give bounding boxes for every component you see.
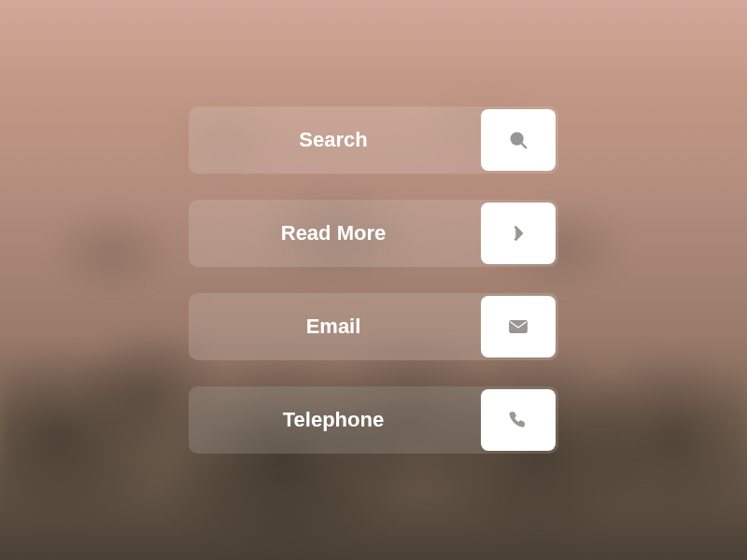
svg-rect-2 — [510, 321, 527, 333]
phone-icon — [481, 389, 556, 451]
svg-line-1 — [521, 143, 526, 147]
email-button[interactable]: Email — [189, 293, 558, 360]
button-list: Search Read More Email Telephone — [189, 106, 558, 454]
telephone-button-label: Telephone — [189, 386, 478, 454]
telephone-button[interactable]: Telephone — [189, 386, 558, 454]
read-more-button-label: Read More — [189, 200, 478, 267]
chevron-right-icon — [481, 203, 556, 264]
read-more-button[interactable]: Read More — [189, 200, 558, 267]
search-button-label: Search — [189, 106, 478, 174]
email-button-label: Email — [189, 293, 478, 360]
envelope-icon — [481, 296, 556, 357]
search-icon — [481, 109, 556, 171]
search-button[interactable]: Search — [189, 106, 558, 174]
